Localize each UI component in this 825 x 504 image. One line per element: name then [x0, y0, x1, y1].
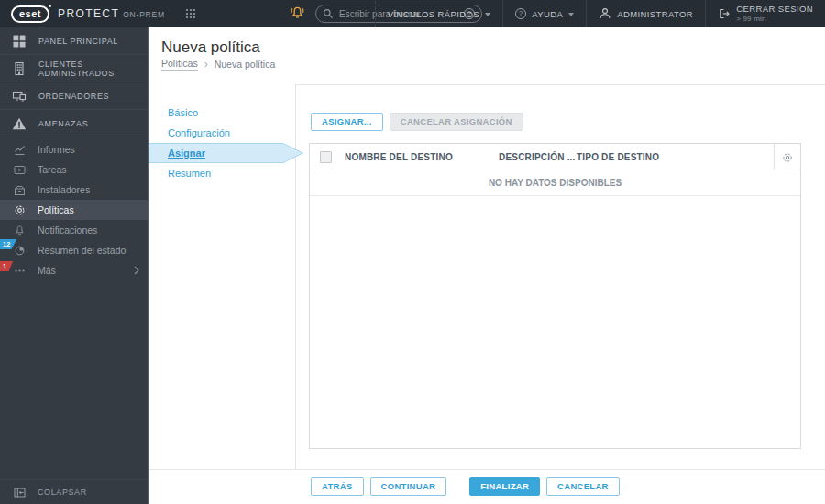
back-button[interactable]: ATRÁS — [311, 477, 364, 496]
sidebar-item-mas[interactable]: Más — [0, 260, 148, 280]
sidebar-item-informes[interactable]: Informes — [0, 139, 148, 159]
user-icon — [599, 7, 611, 20]
targets-table: NOMBRE DEL DESTINO DESCRIPCIÓN ... TIPO … — [309, 143, 801, 449]
user-name-label: ADMINISTRATOR — [617, 9, 693, 19]
app-launcher-icon[interactable] — [185, 8, 196, 19]
eset-logo: eset — [11, 5, 50, 23]
notification-bell-icon[interactable] — [290, 5, 305, 21]
installers-icon — [14, 184, 26, 196]
wizard-step-basico[interactable]: Básico — [148, 103, 306, 123]
chevron-down-icon — [568, 13, 574, 16]
breadcrumb-separator-icon — [204, 58, 208, 71]
wizard-steps-nav: Básico Configuración Asignar Resumen — [148, 103, 306, 183]
sidebar-item-label: ORDENADORES — [38, 92, 113, 101]
notifications-icon — [14, 225, 26, 236]
sidebar-item-label: Políticas — [38, 204, 74, 215]
step-label: Asignar — [168, 148, 205, 159]
table-settings-button[interactable] — [774, 144, 800, 170]
managed-clients-icon — [12, 61, 27, 76]
chevron-down-icon — [485, 13, 490, 16]
step-label: Resumen — [168, 168, 211, 179]
logout-button[interactable]: CERRAR SESIÓN > 99 min — [705, 0, 825, 27]
logout-label: CERRAR SESIÓN — [736, 4, 813, 14]
finish-button[interactable]: FINALIZAR — [469, 477, 540, 496]
table-header: NOMBRE DEL DESTINO DESCRIPCIÓN ... TIPO … — [310, 144, 800, 170]
quick-links-label: VÍNCULOS RÁPIDOS — [388, 9, 479, 19]
search-icon — [323, 8, 334, 19]
help-label: AYUDA — [532, 9, 563, 19]
continue-button[interactable]: CONTINUAR — [370, 477, 447, 496]
select-all-checkbox[interactable] — [320, 151, 332, 163]
sidebar-item-label: Tareas — [38, 164, 67, 175]
breadcrumb: Políticas Nueva política — [161, 58, 275, 71]
threats-icon — [12, 116, 27, 131]
sidebar-item-label: CLIENTES ADMINISTRADOS — [38, 60, 148, 78]
logout-icon — [718, 7, 731, 20]
dashboard-icon — [12, 34, 27, 49]
tasks-icon — [14, 164, 26, 176]
gear-icon — [782, 152, 793, 163]
table-empty-state: NO HAY DATOS DISPONIBLES — [310, 170, 800, 196]
sidebar-item-label: PANEL PRINCIPAL — [38, 37, 122, 46]
sidebar-item-label: Informes — [38, 144, 75, 155]
sidebar-item-politicas[interactable]: Políticas — [0, 200, 148, 220]
sidebar-item-amenazas[interactable]: AMENAZAS — [0, 110, 148, 137]
user-menu[interactable]: ADMINISTRATOR — [586, 0, 705, 27]
sidebar-item-panel-principal[interactable]: PANEL PRINCIPAL — [0, 27, 148, 55]
footer-divider — [148, 469, 825, 470]
sidebar-item-tareas[interactable]: Tareas — [0, 159, 148, 180]
computers-icon — [12, 89, 27, 104]
sidebar-item-label: Más — [38, 265, 56, 276]
sidebar-item-ordenadores[interactable]: ORDENADORES — [0, 82, 148, 110]
breadcrumb-politicas-link[interactable]: Políticas — [161, 58, 198, 71]
column-header-nombre-del-destino[interactable]: NOMBRE DEL DESTINO — [345, 152, 453, 162]
sidebar-item-label: Instaladores — [38, 184, 90, 195]
sidebar-item-label: AMENAZAS — [38, 119, 92, 128]
assign-toolbar: ASIGNAR... CANCELAR ASIGNACIÓN — [311, 113, 523, 131]
reports-icon — [14, 144, 26, 156]
column-header-descripcion[interactable]: DESCRIPCIÓN ... — [499, 152, 576, 162]
cancel-assignment-button[interactable]: CANCELAR ASIGNACIÓN — [390, 113, 523, 131]
policies-icon — [14, 204, 26, 216]
chevron-right-icon — [134, 266, 139, 275]
main-content: Nueva política Políticas Nueva política … — [148, 27, 825, 504]
wizard-footer: ATRÁS CONTINUAR FINALIZAR CANCELAR — [311, 477, 620, 496]
wizard-step-configuracion[interactable]: Configuración — [148, 123, 306, 143]
more-icon — [14, 265, 26, 277]
quick-links-menu[interactable]: VÍNCULOS RÁPIDOS — [375, 0, 502, 27]
sidebar: PANEL PRINCIPAL CLIENTES ADMINISTRADOS — [0, 27, 148, 504]
topbar: eset PROTECT ON-PREM VÍNCULOS RÁPIDOS — [0, 0, 825, 27]
wizard-step-asignar[interactable]: Asignar — [148, 143, 306, 163]
column-header-tipo-de-destino[interactable]: TIPO DE DESTINO — [577, 152, 659, 162]
status-overview-icon — [14, 245, 26, 257]
panel-divider-top — [295, 84, 825, 85]
cancel-button[interactable]: CANCELAR — [546, 477, 620, 496]
breadcrumb-current: Nueva política — [214, 59, 276, 70]
wizard-step-resumen[interactable]: Resumen — [148, 163, 306, 183]
help-menu[interactable]: AYUDA — [502, 0, 586, 27]
sidebar-item-notificaciones[interactable]: Notificaciones — [0, 220, 148, 240]
product-name: PROTECT — [58, 7, 119, 20]
collapse-icon — [14, 487, 26, 499]
sidebar-item-clientes-administrados[interactable]: CLIENTES ADMINISTRADOS — [0, 55, 148, 82]
sidebar-collapse-button[interactable]: COLAPSAR — [0, 479, 148, 504]
help-icon — [515, 8, 526, 19]
sidebar-item-resumen-del-estado[interactable]: Resumen del estado — [0, 240, 148, 260]
product-suffix: ON-PREM — [123, 10, 165, 19]
sidebar-item-instaladores[interactable]: Instaladores — [0, 180, 148, 200]
assign-button[interactable]: ASIGNAR... — [311, 113, 383, 131]
step-label: Configuración — [168, 127, 230, 138]
sidebar-item-label: Resumen del estado — [38, 245, 126, 256]
step-label: Básico — [168, 107, 198, 118]
collapse-label: COLAPSAR — [38, 488, 87, 497]
session-time-remaining: > 99 min — [736, 14, 813, 24]
sidebar-item-label: Notificaciones — [38, 225, 97, 236]
page-title: Nueva política — [161, 38, 260, 57]
